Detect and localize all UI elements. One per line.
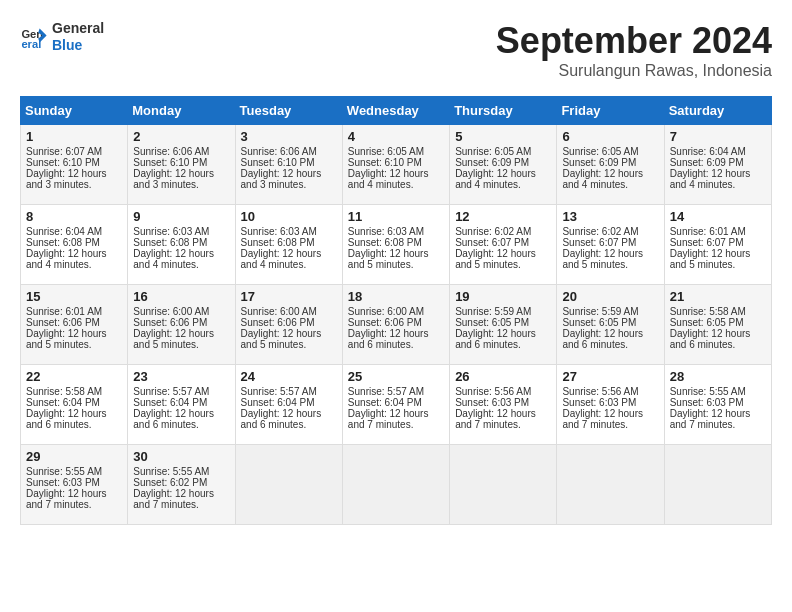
sunrise-text: Sunrise: 6:01 AM [26, 306, 122, 317]
sunrise-text: Sunrise: 5:59 AM [455, 306, 551, 317]
daylight-text: Daylight: 12 hours and 7 minutes. [455, 408, 551, 430]
sunrise-text: Sunrise: 5:58 AM [26, 386, 122, 397]
calendar-cell: 4Sunrise: 6:05 AMSunset: 6:10 PMDaylight… [342, 125, 449, 205]
sunset-text: Sunset: 6:09 PM [670, 157, 766, 168]
day-number: 25 [348, 369, 444, 384]
calendar-cell: 20Sunrise: 5:59 AMSunset: 6:05 PMDayligh… [557, 285, 664, 365]
sunset-text: Sunset: 6:06 PM [26, 317, 122, 328]
daylight-text: Daylight: 12 hours and 7 minutes. [348, 408, 444, 430]
logo-text-line2: Blue [52, 37, 104, 54]
daylight-text: Daylight: 12 hours and 6 minutes. [455, 328, 551, 350]
sunrise-text: Sunrise: 6:07 AM [26, 146, 122, 157]
calendar-cell [235, 445, 342, 525]
sunrise-text: Sunrise: 6:03 AM [133, 226, 229, 237]
weekday-header-monday: Monday [128, 97, 235, 125]
calendar-cell [342, 445, 449, 525]
calendar-cell: 18Sunrise: 6:00 AMSunset: 6:06 PMDayligh… [342, 285, 449, 365]
sunset-text: Sunset: 6:02 PM [133, 477, 229, 488]
daylight-text: Daylight: 12 hours and 4 minutes. [670, 168, 766, 190]
sunrise-text: Sunrise: 5:57 AM [133, 386, 229, 397]
calendar-cell: 22Sunrise: 5:58 AMSunset: 6:04 PMDayligh… [21, 365, 128, 445]
sunset-text: Sunset: 6:10 PM [26, 157, 122, 168]
sunset-text: Sunset: 6:03 PM [670, 397, 766, 408]
sunrise-text: Sunrise: 6:05 AM [348, 146, 444, 157]
day-number: 22 [26, 369, 122, 384]
sunrise-text: Sunrise: 6:00 AM [348, 306, 444, 317]
sunset-text: Sunset: 6:08 PM [241, 237, 337, 248]
sunset-text: Sunset: 6:05 PM [670, 317, 766, 328]
day-number: 6 [562, 129, 658, 144]
sunrise-text: Sunrise: 5:55 AM [670, 386, 766, 397]
sunset-text: Sunset: 6:04 PM [26, 397, 122, 408]
sunset-text: Sunset: 6:09 PM [562, 157, 658, 168]
page-header: Gen eral General Blue September 2024 Sur… [20, 20, 772, 80]
weekday-header-tuesday: Tuesday [235, 97, 342, 125]
weekday-header-wednesday: Wednesday [342, 97, 449, 125]
sunset-text: Sunset: 6:04 PM [133, 397, 229, 408]
logo: Gen eral General Blue [20, 20, 104, 54]
daylight-text: Daylight: 12 hours and 3 minutes. [26, 168, 122, 190]
calendar-cell: 3Sunrise: 6:06 AMSunset: 6:10 PMDaylight… [235, 125, 342, 205]
daylight-text: Daylight: 12 hours and 7 minutes. [562, 408, 658, 430]
day-number: 20 [562, 289, 658, 304]
daylight-text: Daylight: 12 hours and 4 minutes. [241, 248, 337, 270]
sunrise-text: Sunrise: 6:01 AM [670, 226, 766, 237]
calendar-cell: 13Sunrise: 6:02 AMSunset: 6:07 PMDayligh… [557, 205, 664, 285]
sunset-text: Sunset: 6:06 PM [241, 317, 337, 328]
sunrise-text: Sunrise: 5:55 AM [26, 466, 122, 477]
calendar-table: SundayMondayTuesdayWednesdayThursdayFrid… [20, 96, 772, 525]
daylight-text: Daylight: 12 hours and 5 minutes. [133, 328, 229, 350]
svg-text:eral: eral [21, 38, 41, 50]
calendar-cell: 15Sunrise: 6:01 AMSunset: 6:06 PMDayligh… [21, 285, 128, 365]
weekday-header-sunday: Sunday [21, 97, 128, 125]
sunset-text: Sunset: 6:04 PM [241, 397, 337, 408]
day-number: 15 [26, 289, 122, 304]
daylight-text: Daylight: 12 hours and 5 minutes. [241, 328, 337, 350]
daylight-text: Daylight: 12 hours and 6 minutes. [133, 408, 229, 430]
sunset-text: Sunset: 6:07 PM [670, 237, 766, 248]
calendar-cell [450, 445, 557, 525]
sunrise-text: Sunrise: 6:05 AM [455, 146, 551, 157]
sunrise-text: Sunrise: 6:05 AM [562, 146, 658, 157]
calendar-cell: 26Sunrise: 5:56 AMSunset: 6:03 PMDayligh… [450, 365, 557, 445]
day-number: 21 [670, 289, 766, 304]
calendar-cell [664, 445, 771, 525]
sunrise-text: Sunrise: 5:56 AM [562, 386, 658, 397]
day-number: 5 [455, 129, 551, 144]
sunset-text: Sunset: 6:06 PM [133, 317, 229, 328]
calendar-cell: 10Sunrise: 6:03 AMSunset: 6:08 PMDayligh… [235, 205, 342, 285]
calendar-cell: 23Sunrise: 5:57 AMSunset: 6:04 PMDayligh… [128, 365, 235, 445]
sunrise-text: Sunrise: 6:02 AM [455, 226, 551, 237]
day-number: 9 [133, 209, 229, 224]
daylight-text: Daylight: 12 hours and 5 minutes. [26, 328, 122, 350]
calendar-cell: 2Sunrise: 6:06 AMSunset: 6:10 PMDaylight… [128, 125, 235, 205]
daylight-text: Daylight: 12 hours and 4 minutes. [562, 168, 658, 190]
daylight-text: Daylight: 12 hours and 5 minutes. [348, 248, 444, 270]
sunset-text: Sunset: 6:09 PM [455, 157, 551, 168]
day-number: 27 [562, 369, 658, 384]
day-number: 10 [241, 209, 337, 224]
sunrise-text: Sunrise: 5:57 AM [348, 386, 444, 397]
day-number: 4 [348, 129, 444, 144]
calendar-cell: 28Sunrise: 5:55 AMSunset: 6:03 PMDayligh… [664, 365, 771, 445]
day-number: 18 [348, 289, 444, 304]
sunset-text: Sunset: 6:05 PM [562, 317, 658, 328]
daylight-text: Daylight: 12 hours and 6 minutes. [562, 328, 658, 350]
location-subtitle: Surulangun Rawas, Indonesia [496, 62, 772, 80]
calendar-cell: 1Sunrise: 6:07 AMSunset: 6:10 PMDaylight… [21, 125, 128, 205]
day-number: 30 [133, 449, 229, 464]
calendar-cell: 19Sunrise: 5:59 AMSunset: 6:05 PMDayligh… [450, 285, 557, 365]
day-number: 13 [562, 209, 658, 224]
sunset-text: Sunset: 6:03 PM [455, 397, 551, 408]
sunset-text: Sunset: 6:04 PM [348, 397, 444, 408]
sunset-text: Sunset: 6:10 PM [241, 157, 337, 168]
sunrise-text: Sunrise: 6:03 AM [348, 226, 444, 237]
daylight-text: Daylight: 12 hours and 6 minutes. [348, 328, 444, 350]
calendar-cell: 29Sunrise: 5:55 AMSunset: 6:03 PMDayligh… [21, 445, 128, 525]
sunset-text: Sunset: 6:06 PM [348, 317, 444, 328]
daylight-text: Daylight: 12 hours and 7 minutes. [133, 488, 229, 510]
sunset-text: Sunset: 6:03 PM [562, 397, 658, 408]
sunrise-text: Sunrise: 5:57 AM [241, 386, 337, 397]
calendar-week-5: 29Sunrise: 5:55 AMSunset: 6:03 PMDayligh… [21, 445, 772, 525]
daylight-text: Daylight: 12 hours and 3 minutes. [241, 168, 337, 190]
